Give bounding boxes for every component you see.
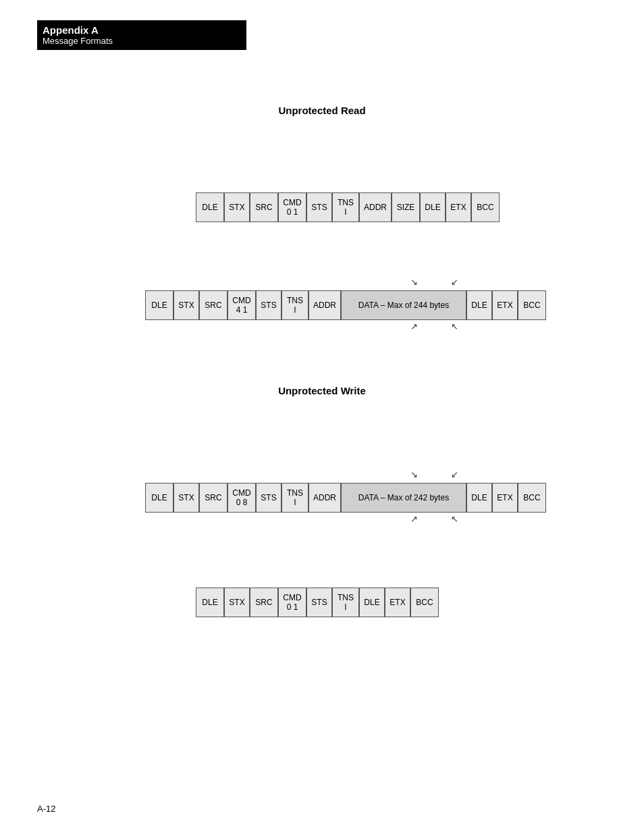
arrow-bottom-right2: ↗	[410, 514, 418, 524]
cell-src: SRC	[199, 483, 227, 513]
msg-row-ack: DLE STX SRC CMD0 1 STS TNSI DLE ETX BCC	[196, 588, 439, 617]
cell-dle2: DLE	[466, 290, 492, 320]
cell-etx: ETX	[492, 483, 518, 513]
page-number: A-12	[37, 804, 55, 814]
cell-src: SRC	[250, 192, 278, 222]
unprotected-write-diagram2: DLE STX SRC CMD0 1 STS TNSI DLE ETX BCC	[196, 588, 439, 617]
appendix-title: Appendix A	[43, 24, 240, 36]
cell-bcc: BCC	[518, 290, 546, 320]
cell-stx: STX	[224, 192, 250, 222]
arrow-bottom-left2: ↖	[451, 514, 458, 524]
cell-addr: ADDR	[308, 290, 341, 320]
cell-dle2: DLE	[466, 483, 492, 513]
cell-tns: TNSI	[332, 192, 359, 222]
cell-etx: ETX	[446, 192, 471, 222]
arrow-bottom-right: ↗	[410, 321, 418, 332]
cell-cmd08: CMD0 8	[227, 483, 256, 513]
cell-stx: STX	[224, 588, 250, 617]
unprotected-read-diagram1: DLE STX SRC CMD0 1 STS TNSI ADDR SIZE DL…	[196, 192, 500, 222]
cell-cmd01: CMD0 1	[278, 192, 306, 222]
arrow-bottom-left: ↖	[451, 321, 458, 332]
msg-row-data: DLE STX SRC CMD4 1 STS TNSI ADDR DATA – …	[145, 290, 546, 320]
appendix-subtitle: Message Formats	[43, 36, 240, 46]
cell-tns: TNSI	[281, 483, 308, 513]
arrow-top-left: ↙	[451, 277, 458, 287]
cell-bcc: BCC	[518, 483, 546, 513]
cell-dle2: DLE	[420, 192, 446, 222]
cell-cmd41: CMD4 1	[227, 290, 256, 320]
cell-dle: DLE	[145, 483, 173, 513]
unprotected-write-title: Unprotected Write	[0, 385, 644, 396]
msg-row-data2: DLE STX SRC CMD0 8 STS TNSI ADDR DATA – …	[145, 483, 546, 513]
header-box: Appendix A Message Formats	[37, 20, 246, 50]
cell-addr: ADDR	[308, 483, 341, 513]
arrow-top-left2: ↙	[451, 469, 458, 479]
unprotected-write-diagram1: ↘ ↙ DLE STX SRC CMD0 8 STS TNSI ADDR DAT…	[145, 469, 546, 526]
cell-etx: ETX	[492, 290, 518, 320]
cell-bcc: BCC	[471, 192, 500, 222]
cell-data-244: DATA – Max of 244 bytes	[341, 290, 466, 320]
cell-sts: STS	[256, 483, 281, 513]
cell-src: SRC	[250, 588, 278, 617]
cell-tns: TNSI	[281, 290, 308, 320]
cell-cmd01b: CMD0 1	[278, 588, 306, 617]
cell-sts: STS	[256, 290, 281, 320]
cell-size: SIZE	[392, 192, 420, 222]
cell-dle: DLE	[145, 290, 173, 320]
cell-dle: DLE	[196, 192, 224, 222]
arrow-top-right2: ↘	[410, 469, 418, 479]
cell-addr: ADDR	[359, 192, 392, 222]
cell-dle: DLE	[196, 588, 224, 617]
cell-data-242: DATA – Max of 242 bytes	[341, 483, 466, 513]
cell-bcc: BCC	[410, 588, 439, 617]
cell-stx: STX	[173, 290, 199, 320]
arrow-top-right: ↘	[410, 277, 418, 287]
cell-dle2: DLE	[359, 588, 385, 617]
cell-src: SRC	[199, 290, 227, 320]
msg-row: DLE STX SRC CMD0 1 STS TNSI ADDR SIZE DL…	[196, 192, 500, 222]
cell-stx: STX	[173, 483, 199, 513]
cell-sts: STS	[306, 588, 332, 617]
cell-tns: TNSI	[332, 588, 359, 617]
unprotected-read-diagram2: ↘ ↙ DLE STX SRC CMD4 1 STS TNSI ADDR DAT…	[145, 277, 546, 334]
cell-etx: ETX	[385, 588, 410, 617]
unprotected-read-title: Unprotected Read	[0, 105, 644, 116]
cell-sts: STS	[306, 192, 332, 222]
